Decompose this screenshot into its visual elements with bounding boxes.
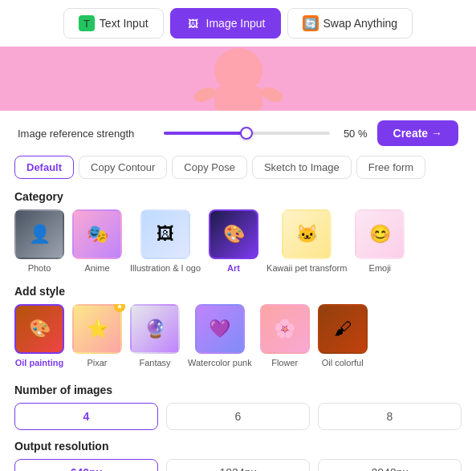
oil-painting-label: Oil painting (15, 357, 64, 368)
top-tab-bar: T Text Input 🖼 Image Input 🔄 Swap Anythi… (0, 0, 476, 47)
kawaii-thumb: 🐱 (282, 209, 332, 259)
style-fantasy[interactable]: 🔮 Fantasy (130, 304, 180, 368)
resolution-row: 640px 1024px 2048px (14, 459, 462, 471)
style-grid: 🎨 Oil painting ⭐ ★ Pixar 🔮 Fantasy 💜 Wat… (0, 304, 476, 376)
text-input-icon: T (79, 15, 95, 31)
create-button[interactable]: Create → (377, 120, 458, 146)
watercolor-thumb: 💜 (195, 304, 245, 354)
output-resolution-label: Output resolution (14, 440, 462, 453)
create-label: Create → (393, 127, 442, 140)
image-input-icon: 🖼 (185, 15, 201, 31)
photo-thumb: 👤 (14, 209, 64, 259)
slider-thumb[interactable] (240, 127, 253, 140)
flower-label: Flower (271, 357, 298, 368)
strength-label: Image reference strength (18, 128, 154, 140)
num-images-section: Number of images 4 6 8 (0, 377, 476, 433)
swap-icon: 🔄 (303, 15, 319, 31)
svg-rect-2 (214, 87, 262, 111)
art-thumb: 🎨 (209, 209, 258, 259)
strength-slider[interactable] (164, 125, 330, 141)
oil-colorful-thumb: 🖌 (318, 304, 368, 354)
num-btn-8[interactable]: 8 (318, 403, 462, 430)
category-grid: 👤 Photo 🎭 Anime 🖼 Illustration & I ogo 🎨… (0, 209, 476, 282)
mode-tab-free-form[interactable]: Free form (356, 156, 425, 179)
num-btn-6[interactable]: 6 (166, 403, 310, 430)
tab-image-input-label: Image Input (206, 17, 266, 30)
art-label: Art (227, 262, 240, 274)
fantasy-thumb: 🔮 (130, 304, 180, 354)
category-anime[interactable]: 🎭 Anime (72, 209, 122, 274)
pixar-label: Pixar (87, 357, 107, 368)
illustration-thumb: 🖼 (140, 209, 190, 259)
anime-thumb: 🎭 (72, 209, 122, 259)
num-btn-4[interactable]: 4 (14, 403, 158, 430)
strength-pct: 50 % (340, 128, 368, 140)
kawaii-label: Kawaii pet transform (266, 262, 347, 274)
mode-tab-copy-contour[interactable]: Copy Contour (79, 156, 167, 179)
style-oil-painting[interactable]: 🎨 Oil painting (14, 304, 64, 368)
category-art[interactable]: 🎨 Art (209, 209, 258, 274)
style-oil-colorful[interactable]: 🖌 Oil colorful (318, 304, 368, 368)
mode-tabs: Default Copy Contour Copy Pose Sketch to… (0, 156, 476, 187)
tab-text-input-label: Text Input (100, 17, 148, 30)
output-resolution-section: Output resolution 640px 1024px 2048px (0, 433, 476, 471)
num-images-label: Number of images (14, 384, 462, 396)
oil-painting-thumb: 🎨 (14, 304, 64, 354)
style-watercolor-punk[interactable]: 💜 Watercolor punk (188, 304, 252, 368)
res-btn-640[interactable]: 640px (14, 459, 158, 471)
photo-label: Photo (28, 262, 51, 274)
category-label: Category (0, 187, 476, 209)
res-btn-1024[interactable]: 1024px (166, 459, 310, 471)
emoji-thumb: 😊 (355, 209, 405, 259)
tab-text-input[interactable]: T Text Input (63, 8, 164, 39)
svg-point-1 (214, 48, 262, 93)
mode-tab-sketch-to-image[interactable]: Sketch to Image (252, 156, 352, 179)
res-btn-2048[interactable]: 2048px (318, 459, 462, 471)
tab-image-input[interactable]: 🖼 Image Input (170, 8, 281, 39)
emoji-label: Emoji (369, 262, 392, 274)
style-pixar[interactable]: ⭐ ★ Pixar (72, 304, 122, 368)
category-photo[interactable]: 👤 Photo (14, 209, 64, 274)
watercolor-label: Watercolor punk (188, 357, 252, 368)
fantasy-label: Fantasy (139, 357, 170, 368)
mode-tab-default[interactable]: Default (14, 156, 74, 179)
slider-fill (164, 132, 246, 135)
image-preview (0, 47, 476, 111)
tab-swap-label: Swap Anything (323, 17, 398, 30)
pixar-star-badge: ★ (114, 304, 125, 312)
illustration-label: Illustration & I ogo (130, 262, 201, 274)
mode-tab-copy-pose[interactable]: Copy Pose (172, 156, 247, 179)
style-flower[interactable]: 🌸 Flower (260, 304, 310, 368)
tab-swap-anything[interactable]: 🔄 Swap Anything (287, 8, 413, 39)
oil-colorful-label: Oil colorful (322, 357, 364, 368)
pixar-thumb: ⭐ (72, 304, 122, 354)
anime-label: Anime (84, 262, 109, 274)
category-emoji[interactable]: 😊 Emoji (355, 209, 405, 274)
style-label: Add style (0, 282, 476, 304)
strength-row: Image reference strength 50 % Create → (0, 111, 476, 156)
category-illustration[interactable]: 🖼 Illustration & I ogo (130, 209, 201, 274)
category-kawaii[interactable]: 🐱 Kawaii pet transform (266, 209, 347, 274)
preview-image (0, 47, 476, 111)
flower-thumb: 🌸 (260, 304, 310, 354)
num-images-row: 4 6 8 (14, 403, 462, 430)
